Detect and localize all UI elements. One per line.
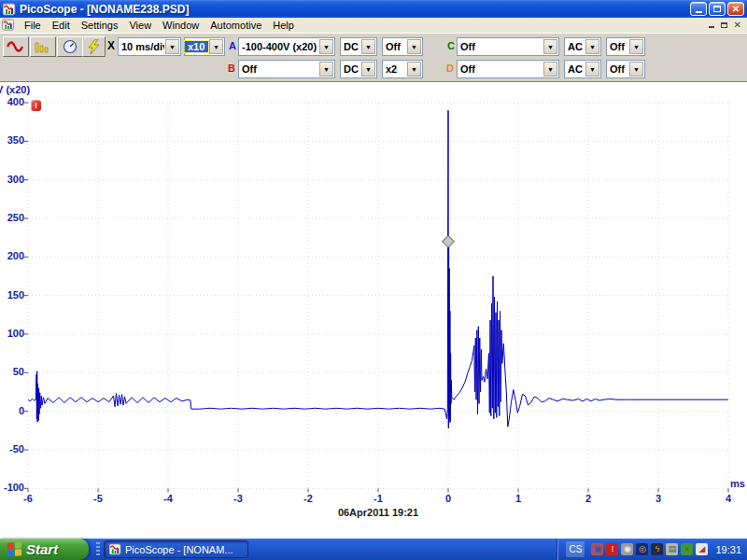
scope-display: V (x20) ms 400350300250200150100500-50-1…: [0, 82, 747, 539]
x-axis-label: -3: [222, 493, 254, 504]
mdi-close-button[interactable]: ✕: [734, 21, 741, 30]
mdi-restore-button[interactable]: [721, 21, 727, 30]
display-settings-icon[interactable]: ▣: [591, 543, 603, 555]
channel-b-range-select[interactable]: Off ▼: [238, 60, 335, 78]
menu-item-file[interactable]: File: [19, 19, 47, 32]
dropdown-arrow-icon[interactable]: ▼: [361, 62, 375, 77]
dropdown-arrow-icon[interactable]: ▼: [319, 62, 333, 77]
channel-d-coupling-select[interactable]: AC ▼: [564, 60, 601, 78]
overrange-warning-icon[interactable]: !: [31, 100, 41, 111]
y-axis-label: 200: [0, 250, 24, 261]
dropdown-arrow-icon[interactable]: ▼: [629, 39, 643, 54]
task-button-picoscope[interactable]: PicoScope - [NONAM...: [104, 540, 248, 558]
document-icon: [2, 19, 15, 31]
channel-c-label: C: [447, 40, 455, 51]
channel-d-range-value: Off: [458, 63, 543, 75]
channel-a-label: A: [229, 40, 236, 51]
wireless-network-icon[interactable]: ◎: [636, 543, 648, 555]
menu-item-help[interactable]: Help: [267, 19, 300, 32]
multiplier-value: x10: [185, 41, 208, 52]
y-axis-label: -100: [0, 482, 24, 493]
trigger-x-label: X: [107, 39, 115, 52]
channel-a-coupling-select[interactable]: DC ▼: [340, 37, 377, 56]
y-axis-label: 100: [0, 328, 24, 339]
y-axis-label: 250: [0, 212, 24, 223]
y-axis-label: 400: [0, 96, 24, 107]
dropdown-arrow-icon[interactable]: ▼: [543, 62, 557, 77]
timebase-select[interactable]: 10 ms/div ▼: [118, 37, 181, 56]
y-axis-title: V (x20): [0, 84, 30, 95]
dropdown-arrow-icon[interactable]: ▼: [209, 39, 223, 54]
menu-item-window[interactable]: Window: [157, 19, 204, 32]
dropdown-arrow-icon[interactable]: ▼: [629, 62, 643, 77]
scope-waveform-icon: [7, 40, 25, 53]
dropdown-arrow-icon[interactable]: ▼: [585, 39, 599, 54]
dropdown-arrow-icon[interactable]: ▼: [165, 39, 179, 54]
taskbar-grip[interactable]: [96, 542, 100, 557]
dropdown-arrow-icon[interactable]: ▼: [407, 62, 421, 77]
spectrum-bars-icon: [35, 40, 51, 53]
menu-items: FileEditSettingsViewWindowAutomotiveHelp: [19, 19, 300, 32]
menu-item-automotive[interactable]: Automotive: [204, 19, 267, 32]
picoscope-window: PicoScope - [NONAME238.PSD] ✕ FileEditSe…: [0, 0, 747, 560]
channel-a-filter-value: Off: [383, 41, 406, 52]
channel-d-filter-select[interactable]: Off ▼: [606, 60, 645, 78]
x-axis-label: 3: [642, 493, 674, 504]
capture-timestamp: 06Apr2011 19:21: [285, 507, 472, 518]
trigger-marker[interactable]: [443, 235, 455, 247]
menu-item-edit[interactable]: Edit: [47, 19, 76, 32]
minimize-button[interactable]: [690, 2, 707, 16]
mdi-minimize-button[interactable]: [709, 21, 714, 30]
mdi-window-controls: ✕: [709, 21, 747, 30]
x-axis-label: -2: [292, 493, 324, 504]
network-offline-icon[interactable]: ×: [681, 543, 693, 555]
y-axis-label: 350: [0, 134, 24, 146]
trigger-button[interactable]: [82, 36, 106, 57]
channel-d-range-select[interactable]: Off ▼: [457, 60, 559, 78]
timebase-value: 10 ms/div: [119, 41, 164, 52]
meter-view-button[interactable]: [57, 36, 83, 57]
dropdown-arrow-icon[interactable]: ▼: [585, 62, 599, 77]
x-axis-label: 2: [572, 493, 604, 504]
channel-c-filter-select[interactable]: Off ▼: [606, 37, 645, 56]
volume-icon[interactable]: ◉: [621, 543, 633, 555]
menu-item-settings[interactable]: Settings: [76, 19, 124, 32]
channel-a-range-select[interactable]: -100-400V (x20) ▼: [238, 37, 335, 56]
power-meter-icon[interactable]: ϟ: [651, 543, 663, 555]
spectrum-view-button[interactable]: [30, 36, 56, 57]
channel-c-range-select[interactable]: Off ▼: [457, 37, 559, 56]
y-axis-label: -50: [0, 443, 24, 455]
multiplier-select[interactable]: x10 ▼: [184, 37, 225, 56]
dropdown-arrow-icon[interactable]: ▼: [407, 39, 421, 54]
channel-b-range-value: Off: [239, 63, 318, 75]
x-axis-label: -6: [12, 493, 44, 504]
dropdown-arrow-icon[interactable]: ▼: [319, 39, 333, 54]
x-axis-label: -4: [152, 493, 184, 504]
y-axis-label: 50: [0, 366, 24, 377]
restore-button[interactable]: [709, 2, 726, 16]
channel-b-coupling-select[interactable]: DC ▼: [340, 60, 377, 78]
channel-c-filter-value: Off: [607, 41, 628, 52]
dropdown-arrow-icon[interactable]: ▼: [543, 39, 557, 54]
close-button[interactable]: ✕: [727, 2, 744, 16]
graphics-utility-icon[interactable]: ◢: [696, 543, 708, 555]
menu-item-view[interactable]: View: [123, 19, 157, 32]
clock[interactable]: 19:31: [715, 544, 741, 555]
dropdown-arrow-icon[interactable]: ▼: [361, 39, 375, 54]
taskbar: Start PicoScope - [NONAM... CS ▣!◉◎ϟ▤×◢ …: [0, 539, 747, 560]
security-shield-icon[interactable]: !: [606, 543, 618, 555]
x-axis-label: -1: [362, 493, 394, 504]
title-bar[interactable]: PicoScope - [NONAME238.PSD] ✕: [0, 0, 747, 18]
channel-b-multiplier-select[interactable]: x2 ▼: [382, 60, 423, 78]
window-title: PicoScope - [NONAME238.PSD]: [20, 3, 688, 16]
scope-view-button[interactable]: [3, 36, 29, 57]
language-indicator[interactable]: CS: [566, 541, 585, 557]
safely-remove-hardware-icon[interactable]: ▤: [666, 543, 678, 555]
channel-d-label: D: [446, 63, 454, 74]
start-button[interactable]: Start: [0, 539, 89, 560]
system-tray: CS ▣!◉◎ϟ▤×◢ 19:31: [557, 539, 747, 560]
start-label: Start: [26, 541, 58, 557]
channel-a-filter-select[interactable]: Off ▼: [382, 37, 423, 56]
channel-c-coupling-select[interactable]: AC ▼: [564, 37, 601, 56]
x-axis-label: 0: [432, 493, 464, 504]
